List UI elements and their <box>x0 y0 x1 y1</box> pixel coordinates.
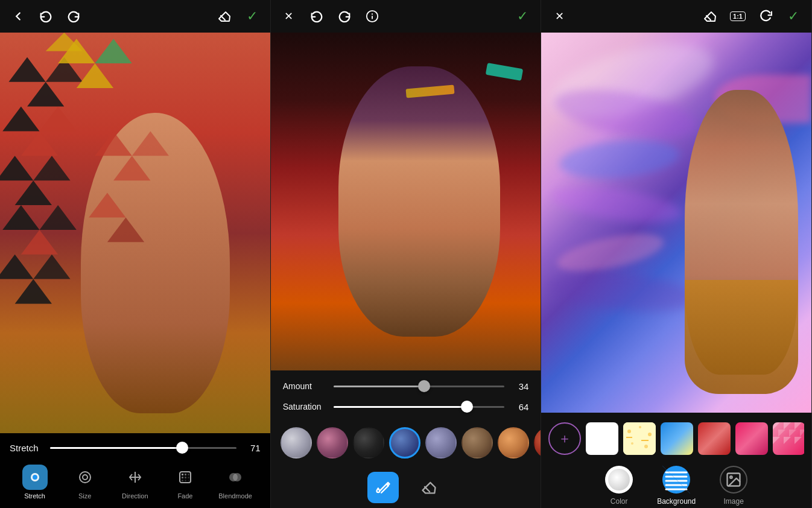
svg-marker-14 <box>33 255 70 279</box>
stretch-label: Stretch <box>10 443 43 453</box>
eraser-button[interactable] <box>413 472 445 503</box>
svg-marker-11 <box>39 205 76 230</box>
tool-direction-label: Direction <box>122 492 148 500</box>
svg-point-50 <box>644 445 648 448</box>
panel2-image-area <box>271 33 541 370</box>
stretch-value: 71 <box>244 443 261 453</box>
stretch-slider-row: Stretch 71 <box>10 442 261 454</box>
panel2-confirm-button[interactable]: ✓ <box>514 8 531 25</box>
brush-tools <box>271 466 541 508</box>
svg-point-84 <box>730 476 732 478</box>
svg-marker-0 <box>8 57 45 82</box>
swatch-mauve[interactable] <box>317 427 348 459</box>
tool-direction[interactable]: Direction <box>117 465 153 500</box>
svg-rect-39 <box>188 480 189 481</box>
background-tiles: ＋ <box>548 419 804 461</box>
svg-marker-9 <box>2 205 39 230</box>
panel3-image-area <box>541 33 811 413</box>
svg-rect-34 <box>182 477 183 478</box>
ratio-button[interactable]: 1:1 <box>729 8 746 25</box>
amount-value: 34 <box>512 381 528 392</box>
amount-slider[interactable] <box>334 380 505 392</box>
panel1-topbar: ✓ <box>0 0 270 33</box>
swatch-blue[interactable] <box>389 427 420 459</box>
stretch-slider[interactable] <box>50 442 236 454</box>
swatch-lavender[interactable] <box>425 427 457 459</box>
svg-marker-5 <box>39 107 76 132</box>
panel3-bottom: ＋ <box>541 413 811 508</box>
svg-marker-21 <box>132 131 169 156</box>
svg-marker-3 <box>2 107 39 132</box>
saturation-label: Saturation <box>283 402 326 411</box>
svg-point-46 <box>627 430 631 433</box>
background-mode-label: Background <box>657 497 696 506</box>
swatch-silver[interactable] <box>281 427 312 459</box>
bg-tile-yellow[interactable] <box>623 422 656 455</box>
redo-button[interactable] <box>65 8 82 25</box>
confirm-button[interactable]: ✓ <box>244 8 261 25</box>
panel2-sliders: Amount 34 Saturation 64 <box>271 370 541 421</box>
svg-point-47 <box>639 426 641 428</box>
tool-blendmode[interactable]: Blendmode <box>217 465 253 500</box>
undo-button[interactable] <box>37 8 54 25</box>
svg-point-27 <box>83 475 87 480</box>
tool-fade[interactable]: Fade <box>167 465 203 500</box>
bg-tile-triangle[interactable] <box>773 422 804 455</box>
triangle-effect-svg <box>0 33 270 433</box>
panel-stretch: ✓ <box>0 0 271 508</box>
svg-rect-33 <box>188 474 189 475</box>
saturation-slider[interactable] <box>334 401 505 413</box>
swatch-auburn[interactable] <box>534 427 541 459</box>
svg-marker-4 <box>21 131 58 156</box>
color-mode-label: Color <box>611 497 628 506</box>
bg-tile-pink[interactable] <box>735 422 768 455</box>
svg-point-26 <box>80 472 90 483</box>
panel1-image-area <box>0 33 270 433</box>
bg-tile-white[interactable] <box>586 422 618 455</box>
bg-tile-blue[interactable] <box>661 422 693 455</box>
svg-marker-19 <box>95 131 132 156</box>
svg-marker-23 <box>107 217 144 242</box>
panel3-confirm-button[interactable]: ✓ <box>785 8 802 25</box>
mode-background-button[interactable]: Background <box>657 466 696 506</box>
panel2-close-button[interactable]: ✕ <box>281 8 297 25</box>
saturation-slider-row: Saturation 64 <box>283 401 529 413</box>
mode-color-button[interactable]: Color <box>605 466 633 506</box>
svg-marker-20 <box>113 156 150 180</box>
panel2-undo-button[interactable] <box>308 8 325 25</box>
background-mode-icon <box>662 466 690 494</box>
svg-marker-22 <box>89 193 125 218</box>
erase-button[interactable] <box>216 8 233 25</box>
panel3-close-button[interactable]: ✕ <box>551 8 568 25</box>
svg-marker-8 <box>33 156 70 180</box>
svg-point-49 <box>631 442 633 445</box>
tool-size[interactable]: Size <box>67 465 103 500</box>
svg-marker-16 <box>77 63 113 88</box>
back-button[interactable] <box>10 8 27 25</box>
panel1-bottom: Stretch 71 Stretch <box>0 433 270 508</box>
svg-rect-31 <box>182 474 183 475</box>
add-background-button[interactable]: ＋ <box>548 422 581 455</box>
amount-label: Amount <box>283 381 326 391</box>
panel3-refresh-button[interactable] <box>757 8 774 25</box>
svg-rect-37 <box>182 480 183 481</box>
panel-background: ✕ 1:1 ✓ <box>541 0 812 508</box>
panel2-info-button[interactable] <box>364 8 381 25</box>
mode-buttons: Color Background <box>548 461 804 508</box>
color-mode-icon <box>605 466 633 494</box>
tool-fade-label: Fade <box>177 492 192 500</box>
saturation-value: 64 <box>512 402 528 412</box>
svg-marker-13 <box>15 279 52 304</box>
brush-button[interactable] <box>367 472 399 503</box>
panel3-erase-button[interactable] <box>702 8 718 25</box>
svg-point-25 <box>33 475 37 480</box>
panel2-redo-button[interactable] <box>336 8 353 25</box>
svg-marker-12 <box>0 255 33 279</box>
mode-image-button[interactable]: Image <box>720 466 747 506</box>
tool-stretch[interactable]: Stretch <box>17 465 53 500</box>
swatch-black[interactable] <box>353 427 384 459</box>
swatch-brown[interactable] <box>462 427 493 459</box>
svg-point-48 <box>648 433 652 436</box>
bg-tile-red[interactable] <box>698 422 731 455</box>
swatch-copper[interactable] <box>498 427 529 459</box>
